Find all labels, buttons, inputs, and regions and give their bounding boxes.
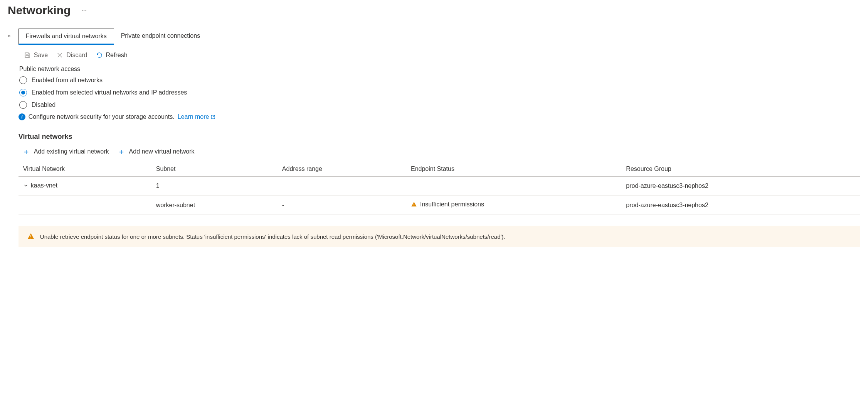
plus-icon: ＋ <box>118 148 125 155</box>
banner-message: Unable retrieve endpoint status for one … <box>40 233 505 240</box>
cell-subnet: worker-subnet <box>151 196 278 215</box>
radio-selected-label: Enabled from selected virtual networks a… <box>32 89 187 96</box>
learn-more-label: Learn more <box>178 113 209 120</box>
save-label: Save <box>34 52 48 59</box>
svg-rect-0 <box>26 53 28 54</box>
svg-rect-8 <box>30 238 31 238</box>
vnet-expander[interactable]: kaas-vnet <box>23 182 57 189</box>
save-icon <box>24 52 31 59</box>
radio-all-label: Enabled from all networks <box>32 77 103 84</box>
discard-icon <box>56 52 63 59</box>
info-row: i Configure network security for your st… <box>19 113 860 120</box>
cell-subnet: 1 <box>151 177 278 196</box>
discard-label: Discard <box>66 52 87 59</box>
tab-firewalls[interactable]: Firewalls and virtual networks <box>19 29 114 45</box>
warning-icon <box>27 233 35 240</box>
vnet-table: Virtual Network Subnet Address range End… <box>19 162 860 215</box>
svg-line-4 <box>213 115 215 117</box>
toolbar: Save Discard Refresh <box>19 52 860 66</box>
col-endpoint-status: Endpoint Status <box>406 162 621 177</box>
col-address-range: Address range <box>278 162 406 177</box>
col-resource-group: Resource Group <box>621 162 860 177</box>
col-subnet: Subnet <box>151 162 278 177</box>
external-link-icon <box>210 115 215 120</box>
radio-all-networks[interactable]: Enabled from all networks <box>19 76 860 84</box>
vnet-name: kaas-vnet <box>31 182 57 189</box>
refresh-icon <box>96 52 103 59</box>
tab-bar: Firewalls and virtual networks Private e… <box>19 29 860 45</box>
cell-address-range: - <box>278 196 406 215</box>
radio-disabled[interactable]: Disabled <box>19 101 860 109</box>
col-network: Virtual Network <box>19 162 151 177</box>
vnet-heading: Virtual networks <box>19 133 860 141</box>
cell-address-range <box>278 177 406 196</box>
more-actions-button[interactable]: ⋯ <box>78 6 90 15</box>
endpoint-status-text: Insufficient permissions <box>420 201 484 208</box>
info-text: Configure network security for your stor… <box>29 113 175 120</box>
vnet-actions: ＋ Add existing virtual network ＋ Add new… <box>19 148 860 155</box>
save-button[interactable]: Save <box>24 52 48 59</box>
radio-icon <box>19 76 27 84</box>
tab-private-endpoints[interactable]: Private endpoint connections <box>114 29 207 45</box>
svg-rect-7 <box>30 235 31 237</box>
cell-resource-group: prod-azure-eastusc3-nephos2 <box>621 177 860 196</box>
refresh-button[interactable]: Refresh <box>96 52 128 59</box>
svg-rect-6 <box>414 206 414 206</box>
radio-disabled-label: Disabled <box>32 101 56 108</box>
radio-selected-networks[interactable]: Enabled from selected virtual networks a… <box>19 89 860 96</box>
table-header-row: Virtual Network Subnet Address range End… <box>19 162 860 177</box>
cell-endpoint-status <box>406 177 621 196</box>
cell-network <box>19 196 151 215</box>
public-access-radio-group: Enabled from all networks Enabled from s… <box>19 76 860 109</box>
learn-more-link[interactable]: Learn more <box>178 113 216 120</box>
refresh-label: Refresh <box>106 52 128 59</box>
discard-button[interactable]: Discard <box>56 52 87 59</box>
endpoint-status: Insufficient permissions <box>411 201 484 208</box>
add-new-vnet-button[interactable]: ＋ Add new virtual network <box>118 148 195 155</box>
radio-icon <box>19 101 27 109</box>
table-row: worker-subnet - Insufficient permissions <box>19 196 860 215</box>
table-row: kaas-vnet 1 prod-azure-eastusc3-nephos2 <box>19 177 860 196</box>
add-existing-vnet-button[interactable]: ＋ Add existing virtual network <box>22 148 109 155</box>
info-icon: i <box>19 113 25 120</box>
svg-rect-5 <box>414 203 414 205</box>
cell-resource-group: prod-azure-eastusc3-nephos2 <box>621 196 860 215</box>
add-new-label: Add new virtual network <box>129 148 195 155</box>
plus-icon: ＋ <box>22 148 30 155</box>
public-access-label: Public network access <box>19 66 860 73</box>
warning-banner: Unable retrieve endpoint status for one … <box>19 226 860 247</box>
page-title: Networking <box>8 4 71 17</box>
page-header: Networking ⋯ <box>8 4 860 17</box>
chevron-down-icon <box>23 183 29 188</box>
radio-icon <box>19 89 27 96</box>
collapse-sidebar-button[interactable]: « <box>8 29 19 247</box>
warning-icon <box>411 201 417 208</box>
svg-rect-1 <box>26 56 29 57</box>
add-existing-label: Add existing virtual network <box>34 148 109 155</box>
